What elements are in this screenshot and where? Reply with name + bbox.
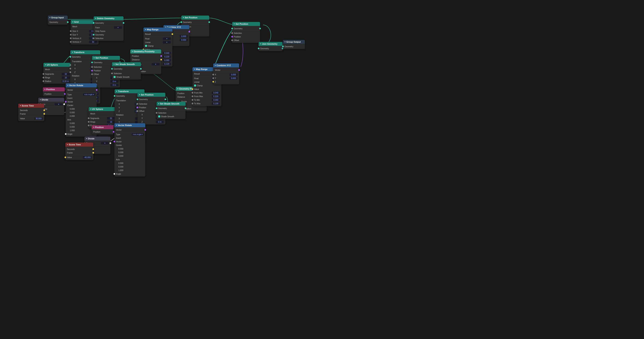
combine-xyz-bot-header: ▾ Combine XYZ xyxy=(213,63,239,67)
position-top-body: Position xyxy=(43,91,65,97)
spm-y: Y 0 m xyxy=(92,80,120,83)
join-geometry-header: ▾ Join Geometry xyxy=(259,42,282,46)
set-position-mid-title: Set Position xyxy=(96,57,108,59)
dg-geometry-in: Geometry xyxy=(94,21,124,25)
vector-rotate-bot-title: Vector Rotate xyxy=(118,124,132,126)
mr-bot-tomax: To Max 0.100 xyxy=(192,102,222,105)
set-shade-smooth-bot-node: ▾ Set Shade Smooth Geometry Selection Sh… xyxy=(156,102,186,119)
sss-top-geom-in: Geometry xyxy=(112,67,141,71)
spr-offset: Offset xyxy=(232,39,260,42)
cxyz-bot-x: X 0.000 xyxy=(213,73,239,76)
vector-rotate-bot-node: ▾ Vector Rotate Vector Type Axis Angle ▾… xyxy=(114,123,145,176)
position-bot-node: ▾ Position Position xyxy=(92,125,114,134)
position-top-title: Position xyxy=(46,88,55,91)
cxyz-bot-y: Y 0.000 xyxy=(213,76,239,80)
set-shade-smooth-bot-header: ▾ Set Shade Smooth xyxy=(156,102,186,106)
set-shade-smooth-top-title: Set Shade Smooth xyxy=(115,63,135,65)
uvs-mid-mesh-out: Mesh xyxy=(89,112,116,115)
mr-top-float: Float ▾ xyxy=(144,37,172,41)
scene-time-top-title: Scene Time xyxy=(22,105,34,107)
st-top-frame: Frame xyxy=(18,112,44,116)
jg-geom-in: Geometry xyxy=(259,47,282,50)
vrb-type: Type Axis Angle ▾ xyxy=(114,133,145,136)
position-top-header: ▾ Position xyxy=(43,87,65,91)
go-geom-in: Geometry xyxy=(283,45,305,48)
vr-top-vector: Vector xyxy=(66,100,97,104)
vrb-a3: 1.000 xyxy=(114,169,145,172)
uvs-top-mesh-out: Mesh xyxy=(44,68,71,71)
spr-geom-out xyxy=(259,28,261,29)
uvs-mid-rings: Rings 16 xyxy=(89,120,116,124)
vr-top-invert: Invert xyxy=(66,96,97,100)
sss-top-shade: Shade Smooth xyxy=(112,75,141,79)
set-position-right-body: Geometry Selection Position Offset xyxy=(232,26,260,43)
sss-top-selection: Selection xyxy=(112,72,141,75)
scene-time-bot-node: ▾ Scene Time Seconds Frame Value -40.000 xyxy=(65,143,93,160)
position-top-node: ▾ Position Position xyxy=(43,87,65,97)
stb-seconds: Seconds xyxy=(65,147,93,151)
vrb-vector-out: Vector xyxy=(114,128,145,132)
uv-sphere-top-header: ▾ UV Sphere xyxy=(44,63,71,67)
set-shade-smooth-top-body: Geometry Selection Shade Smooth xyxy=(112,66,141,80)
mr-bot-frommin: From Min 0.040 xyxy=(192,91,222,95)
vrb-c1: 0.000 xyxy=(114,147,145,151)
vrb-angle: Angle xyxy=(114,172,145,176)
st-top-seconds: Seconds xyxy=(18,109,44,112)
vector-rotate-bot-header: ▾ Vector Rotate xyxy=(114,123,145,127)
ssb-geom-in: Geometry xyxy=(156,107,186,110)
set-position-bot-header: ▾ Set Position xyxy=(138,93,166,97)
uv-sphere-mid-title: UV Sphere xyxy=(92,108,103,110)
dg-geom2: Geometry xyxy=(94,33,124,37)
uv-sphere-top-node: ▾ UV Sphere Mesh Segments 32 Rings 16 Ra… xyxy=(44,63,71,84)
vrb-c3: 0.000 xyxy=(114,154,145,158)
mr-top-result-out: Result xyxy=(144,32,172,36)
sp-top-geom-out xyxy=(208,21,210,23)
gp-top-dist-out: Distance xyxy=(130,58,161,61)
stb-frame: Frame xyxy=(65,151,93,155)
set-shade-smooth-top-header: ▾ Set Shade Smooth xyxy=(112,62,141,66)
set-position-bot-title: Set Position xyxy=(141,94,154,96)
uvs-top-segments: Segments 32 xyxy=(44,72,71,76)
scene-time-bot-title: Scene Time xyxy=(69,143,81,146)
position-bot-title: Position xyxy=(95,126,104,128)
group-output-node: ▾ Group Output Geometry xyxy=(283,40,305,49)
mr-bot-tomin: To Min 0.060 xyxy=(192,98,222,102)
uvs-mid-segments: Segments 32 xyxy=(89,116,116,120)
map-range-top-title: Map Range xyxy=(147,28,158,31)
spr-selection: Selection xyxy=(232,31,260,35)
cxyz-bot-z: Z xyxy=(213,80,239,84)
mr-bot-frommax: From Max 0.220 xyxy=(192,95,222,98)
scene-time-top-header: ▾ Scene Time xyxy=(18,104,44,108)
dg-geometry-out xyxy=(123,22,124,24)
combine-xyz-bot-node: ▾ Combine XYZ Vector X 0.000 Y 0.000 Z xyxy=(213,63,239,84)
dg-selection: Selection xyxy=(94,37,124,40)
group-input-body: Geometry xyxy=(48,20,68,25)
set-shade-smooth-bot-title: Set Shade Smooth xyxy=(160,103,179,105)
group-input-node: ▾ Group Input Geometry xyxy=(48,16,68,25)
dg-face: Face ▾ xyxy=(94,26,124,29)
set-position-top-header: ▾ Set Position xyxy=(181,16,209,20)
vrb-c2: 0.000 xyxy=(114,151,145,154)
cxyz-bot-vector-out: Vector xyxy=(213,68,239,72)
socket-geometry-out xyxy=(67,21,68,23)
position-bot-header: ▾ Position xyxy=(92,125,114,129)
vector-rotate-bot-body: Vector Type Axis Angle ▾ Invert Vector C… xyxy=(114,127,145,176)
delete-geometry-node: ▾ Delete Geometry Geometry Face ▾ Only F… xyxy=(94,16,124,41)
spb-geom-in: Geometry xyxy=(138,98,166,101)
vrb-invert: Invert xyxy=(114,136,145,140)
vr-top-type: Type Axis Angle ▾ xyxy=(66,93,97,96)
geom-proximity-top-header: ▾ Geometry Proximity xyxy=(130,50,161,54)
dg-onlyfaces: Only Faces xyxy=(94,29,124,33)
divide-bot-title: Divide xyxy=(88,137,94,140)
set-shade-smooth-top-node: ▾ Set Shade Smooth Geometry Selection Sh… xyxy=(112,62,141,80)
ssb-selection: Selection xyxy=(156,111,186,115)
transform-mid-title: Transform xyxy=(118,90,129,93)
mr-top-linear: Linear ▾ xyxy=(144,41,172,44)
delete-geometry-title: Delete Geometry xyxy=(97,17,114,20)
geom-proximity-top-title: Geometry Proximity xyxy=(134,50,154,53)
group-output-title: Group Output xyxy=(286,41,301,43)
uv-sphere-top-body: Mesh Segments 32 Rings 16 Radius 0.16 m xyxy=(44,67,71,84)
map-range-bot-title: Map Range xyxy=(196,68,208,70)
join-geometry-node: ▾ Join Geometry Geometry xyxy=(259,42,282,51)
set-position-top-title: Set Position xyxy=(185,16,198,19)
